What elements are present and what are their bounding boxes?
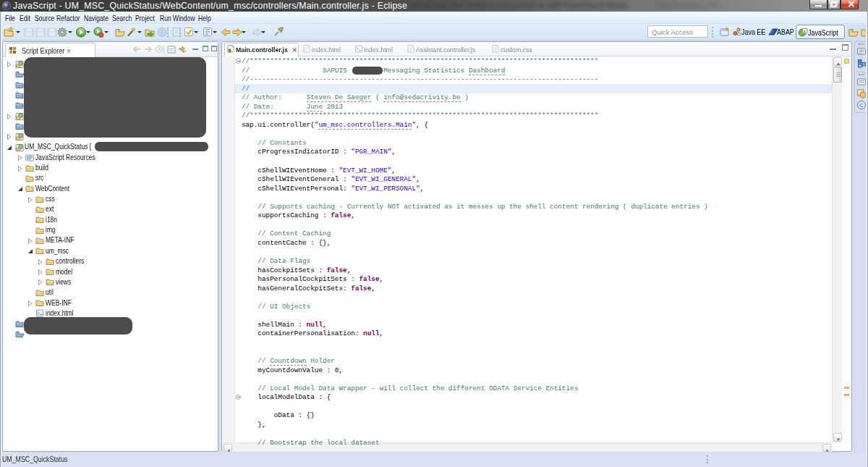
svg-text:s: s: [804, 29, 806, 33]
svg-text:C: C: [859, 102, 864, 109]
